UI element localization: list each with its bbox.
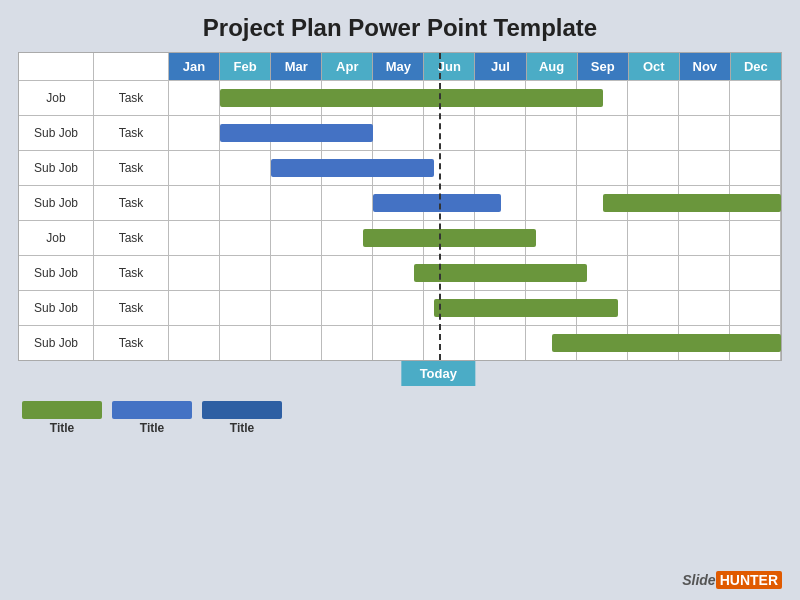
month-header-apr: Apr — [322, 53, 373, 80]
gantt-row: JobTask — [19, 220, 781, 255]
month-header-mar: Mar — [271, 53, 322, 80]
row-months — [169, 221, 781, 255]
month-header-jan: Jan — [169, 53, 220, 80]
gantt-row: Sub JobTask — [19, 290, 781, 325]
gantt-row: Sub JobTask — [19, 150, 781, 185]
row-months — [169, 116, 781, 150]
gantt-rows: JobTaskSub JobTaskSub JobTaskSub JobTask… — [19, 80, 781, 360]
row-task-label: Task — [94, 256, 169, 290]
month-header-nov: Nov — [680, 53, 731, 80]
today-label-months: Today — [168, 361, 782, 393]
gantt-row: Sub JobTask — [19, 185, 781, 220]
legend-item: Title — [22, 401, 102, 435]
gantt-row: JobTask — [19, 80, 781, 115]
legend-swatch — [112, 401, 192, 419]
gantt-row: Sub JobTask — [19, 325, 781, 360]
month-header-dec: Dec — [731, 53, 781, 80]
row-months — [169, 186, 781, 220]
today-label-area: Today — [18, 361, 782, 393]
slidehunter-logo: SlideHUNTER — [682, 572, 782, 588]
month-header-may: May — [373, 53, 424, 80]
row-months — [169, 151, 781, 185]
today-badge: Today — [402, 361, 475, 386]
page-title: Project Plan Power Point Template — [18, 14, 782, 42]
row-task-label: Task — [94, 116, 169, 150]
month-header-jun: Jun — [424, 53, 475, 80]
logo-slide: Slide — [682, 572, 715, 588]
row-task-label: Task — [94, 221, 169, 255]
row-job-label: Sub Job — [19, 256, 94, 290]
row-job-label: Job — [19, 81, 94, 115]
row-task-label: Task — [94, 186, 169, 220]
row-job-label: Sub Job — [19, 116, 94, 150]
gantt-chart: JanFebMarAprMayJunJulAugSepOctNovDec Job… — [18, 52, 782, 361]
month-header-oct: Oct — [629, 53, 680, 80]
row-months — [169, 291, 781, 325]
legend: TitleTitleTitle — [18, 401, 782, 435]
logo-hunter: HUNTER — [716, 571, 782, 589]
month-header-feb: Feb — [220, 53, 271, 80]
gantt-row: Sub JobTask — [19, 115, 781, 150]
legend-item: Title — [202, 401, 282, 435]
month-header-sep: Sep — [578, 53, 629, 80]
row-months — [169, 81, 781, 115]
month-header-jul: Jul — [475, 53, 526, 80]
row-months — [169, 326, 781, 360]
gantt-row: Sub JobTask — [19, 255, 781, 290]
legend-label: Title — [50, 421, 74, 435]
row-task-label: Task — [94, 151, 169, 185]
legend-swatch — [22, 401, 102, 419]
legend-label: Title — [230, 421, 254, 435]
row-months — [169, 256, 781, 290]
row-job-label: Sub Job — [19, 326, 94, 360]
legend-item: Title — [112, 401, 192, 435]
row-job-label: Sub Job — [19, 291, 94, 325]
row-task-label: Task — [94, 291, 169, 325]
row-job-label: Job — [19, 221, 94, 255]
legend-swatch — [202, 401, 282, 419]
month-headers: JanFebMarAprMayJunJulAugSepOctNovDec — [169, 53, 781, 80]
row-job-label: Sub Job — [19, 186, 94, 220]
month-header-aug: Aug — [527, 53, 578, 80]
gantt-header: JanFebMarAprMayJunJulAugSepOctNovDec — [19, 53, 781, 80]
row-job-label: Sub Job — [19, 151, 94, 185]
row-task-label: Task — [94, 326, 169, 360]
legend-label: Title — [140, 421, 164, 435]
row-task-label: Task — [94, 81, 169, 115]
